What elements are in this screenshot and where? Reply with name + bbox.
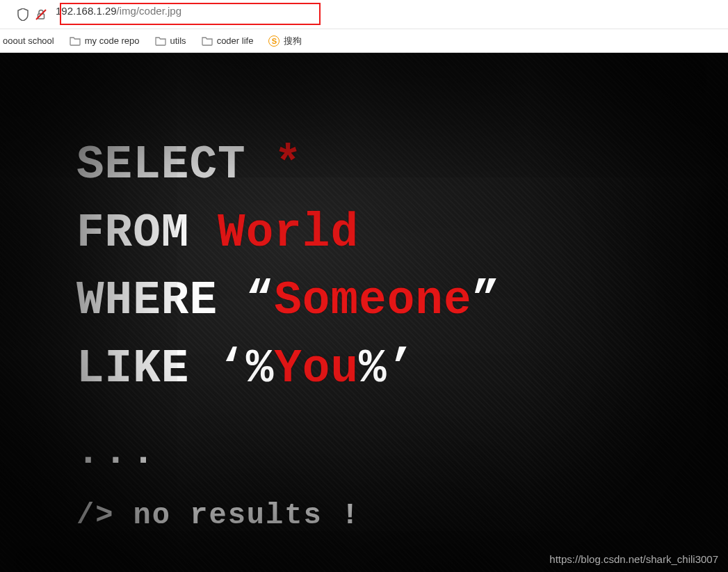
address-bar: 192.168.1.29/img/coder.jpg [0, 0, 728, 29]
csdn-watermark: https://blog.csdn.net/shark_chili3007 [549, 553, 718, 565]
bookmark-ooout-school[interactable]: ooout school [0, 34, 57, 47]
bookmark-my-code-repo[interactable]: my code repo [67, 34, 143, 47]
url-input[interactable]: 192.168.1.29/img/coder.jpg [53, 5, 725, 24]
sogou-icon: S [268, 35, 280, 47]
bookmark-label: utils [170, 35, 186, 46]
folder-icon [70, 36, 81, 46]
folder-icon [155, 36, 166, 46]
sql-no-results: /> no results ! [76, 494, 500, 537]
bookmark-coder-life[interactable]: coder life [199, 34, 257, 47]
sql-poem: SELECT * FROM World WHERE “Someone” LIKE… [76, 131, 500, 537]
bookmark-label: my code repo [85, 35, 140, 46]
folder-icon [202, 36, 213, 46]
bookmark-sogou[interactable]: S 搜狗 [266, 33, 305, 49]
sql-line-like: LIKE ‘%You%’ [76, 333, 500, 405]
bookmark-utils[interactable]: utils [152, 34, 189, 47]
sql-line-select: SELECT * [76, 129, 500, 201]
sql-line-from: FROM World [76, 197, 500, 269]
page-content-image: SELECT * FROM World WHERE “Someone” LIKE… [0, 53, 728, 572]
tracking-shield-icon[interactable] [17, 8, 29, 21]
bookmarks-bar: ooout school my code repo utils coder li… [0, 29, 728, 53]
insecure-lock-icon[interactable] [35, 8, 47, 21]
url-path: /img/coder.jpg [117, 5, 181, 17]
bookmark-label: 搜狗 [284, 35, 302, 47]
bookmark-label: coder life [217, 35, 254, 46]
bookmark-label: ooout school [3, 35, 54, 46]
sql-ellipsis: ... [76, 424, 500, 482]
url-host: 192.168.1.29 [56, 5, 117, 17]
sql-line-where: WHERE “Someone” [76, 265, 500, 337]
